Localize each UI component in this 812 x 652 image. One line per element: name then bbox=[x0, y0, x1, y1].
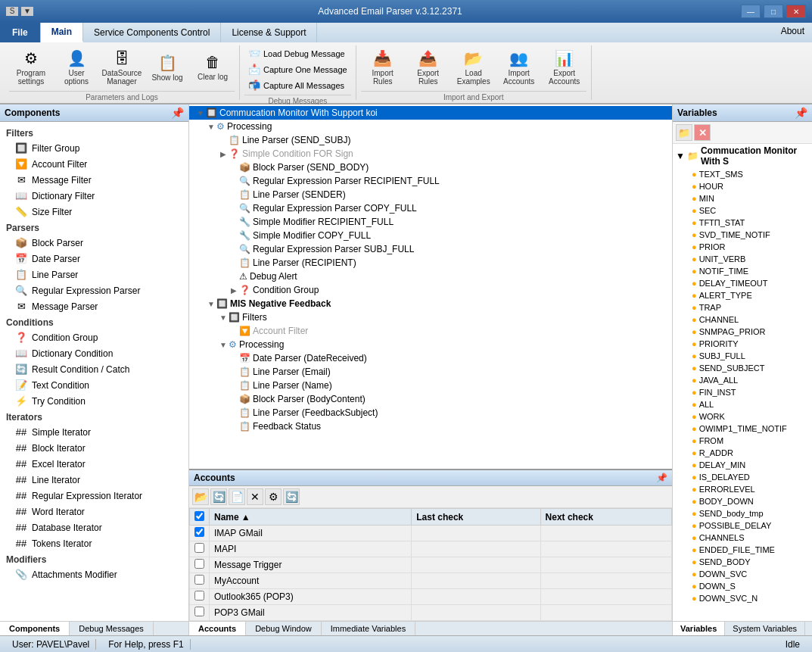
list-item[interactable]: ● TFTП_STAT bbox=[673, 217, 812, 229]
account-checkbox-cell[interactable] bbox=[190, 526, 210, 541]
col-lastcheck-header[interactable]: Last check bbox=[412, 509, 540, 526]
tokens-iterator-item[interactable]: ## Tokens Iterator bbox=[0, 535, 188, 551]
list-item[interactable]: ● R_ADDR bbox=[673, 447, 812, 459]
list-item[interactable]: ● DELAY_TIMEOUT bbox=[673, 277, 812, 289]
tree-rep-subj-full[interactable]: 🔍 Regular Expression Parser SUBJ_FULL bbox=[189, 242, 672, 256]
list-item[interactable]: ● IS_DELAYED bbox=[673, 471, 812, 483]
list-item[interactable]: ● TEXT_SMS bbox=[673, 168, 812, 180]
col-nextcheck-header[interactable]: Next check bbox=[540, 509, 671, 526]
tab-debug-window[interactable]: Debug Window bbox=[246, 622, 322, 635]
dictionary-condition-item[interactable]: 📖 Dictionary Condition bbox=[0, 345, 188, 361]
account-checkbox-cell[interactable] bbox=[190, 589, 210, 605]
col-checkbox-header[interactable] bbox=[190, 509, 210, 526]
datasource-manager-button[interactable]: 🗄 DataSource Manager bbox=[100, 46, 144, 89]
list-item[interactable]: ● BODY_DOWN bbox=[673, 495, 812, 507]
accounts-settings-button[interactable]: ⚙ bbox=[265, 488, 282, 505]
line-parser-item[interactable]: 📋 Line Parser bbox=[0, 267, 188, 282]
show-log-button[interactable]: 📋 Show log bbox=[145, 50, 189, 86]
list-item[interactable]: ● ALERT_TYPE bbox=[673, 289, 812, 301]
try-condition-item[interactable]: ⚡ Try Condition bbox=[0, 393, 188, 409]
tree-lp-email[interactable]: 📋 Line Parser (Email) bbox=[189, 365, 672, 379]
tree-rep-recipient-full[interactable]: 🔍 Regular Expression Parser RECIPIENT_FU… bbox=[189, 174, 672, 188]
accounts-pin-icon[interactable]: 📌 bbox=[656, 473, 667, 483]
list-item[interactable]: ● SEND_body_tmp bbox=[673, 507, 812, 519]
regex-parser-item[interactable]: 🔍 Regular Expression Parser bbox=[0, 282, 188, 298]
tree-simple-condition-sign[interactable]: ▶ ❓ Simple Condition FOR Sign bbox=[189, 147, 672, 161]
tab-components[interactable]: Components bbox=[0, 622, 70, 635]
capture-all-button[interactable]: 📬 Capture All Messages bbox=[244, 77, 351, 93]
list-item[interactable]: ● FROM bbox=[673, 435, 812, 447]
filter-group-item[interactable]: 🔲 Filter Group bbox=[0, 140, 188, 156]
dictionary-filter-item[interactable]: 📖 Dictionary Filter bbox=[0, 188, 188, 204]
account-checkbox-cell[interactable] bbox=[190, 573, 210, 589]
accounts-open-folder-button[interactable]: 📂 bbox=[192, 488, 209, 505]
tree-processing-1[interactable]: ▼ ⚙ Processing bbox=[189, 120, 672, 133]
accounts-new-button[interactable]: 📄 bbox=[229, 488, 245, 505]
tree-dp-datereceived[interactable]: 📅 Date Parser (DateReceived) bbox=[189, 351, 672, 365]
tree-root-item[interactable]: ▼ 🔲 Commucation Monitor With Support koi bbox=[189, 106, 672, 120]
col-name-header[interactable]: Name ▲ bbox=[210, 509, 412, 526]
vars-pin-icon[interactable]: 📌 bbox=[795, 107, 807, 119]
user-options-button[interactable]: 👤 User options bbox=[54, 45, 98, 89]
list-item[interactable]: ● ALL bbox=[673, 398, 812, 410]
list-item[interactable]: ● ERRORLEVEL bbox=[673, 483, 812, 495]
result-condition-item[interactable]: 🔄 Result Condition / Catch bbox=[0, 361, 188, 377]
block-iterator-item[interactable]: ## Block Iterator bbox=[0, 440, 188, 456]
tree-mis-negative[interactable]: ▼ 🔲 MIS Negative Feedback bbox=[189, 297, 672, 310]
tree-bp-bodycontent[interactable]: 📦 Block Parser (BodyContent) bbox=[189, 392, 672, 406]
table-row[interactable]: MyAccount bbox=[190, 573, 672, 589]
account-checkbox[interactable] bbox=[194, 607, 204, 616]
list-item[interactable]: ● CHANNELS bbox=[673, 532, 812, 544]
tree-debug-alert[interactable]: ⚠ Debug Alert bbox=[189, 270, 672, 283]
excel-iterator-item[interactable]: ## Excel Iterator bbox=[0, 456, 188, 472]
text-condition-item[interactable]: 📝 Text Condition bbox=[0, 377, 188, 393]
list-item[interactable]: ● WORK bbox=[673, 410, 812, 423]
account-checkbox[interactable] bbox=[194, 559, 204, 569]
list-item[interactable]: ● DOWN_SVC_N bbox=[673, 592, 812, 604]
list-item[interactable]: ● FIN_INST bbox=[673, 386, 812, 398]
list-item[interactable]: ● ENDED_FILE_TIME bbox=[673, 544, 812, 556]
proc-mis-expand[interactable]: ▼ bbox=[218, 341, 229, 349]
table-row[interactable]: MAPI bbox=[190, 541, 672, 557]
list-item[interactable]: ● PRIORITY bbox=[673, 338, 812, 350]
export-rules-button[interactable]: 📤 Export Rules bbox=[406, 45, 450, 89]
table-row[interactable]: Message Trigger bbox=[190, 557, 672, 573]
accounts-add-button[interactable]: 🔄 bbox=[210, 488, 227, 505]
list-item[interactable]: ● JAVA_ALL bbox=[673, 374, 812, 386]
account-checkbox-cell[interactable] bbox=[190, 605, 210, 621]
tree-line-parser-sendsubj[interactable]: 📋 Line Parser (SEND_SUBJ) bbox=[189, 133, 672, 147]
account-filter-item[interactable]: 🔽 Account Filter bbox=[0, 156, 188, 172]
accounts-delete-button[interactable]: ✕ bbox=[247, 488, 263, 505]
database-iterator-item[interactable]: ## Database Iterator bbox=[0, 519, 188, 535]
word-iterator-item[interactable]: ## Word Iterator bbox=[0, 504, 188, 519]
list-item[interactable]: ● TRAP bbox=[673, 301, 812, 314]
list-item[interactable]: ● UNIT_VERB bbox=[673, 253, 812, 265]
size-filter-item[interactable]: 📏 Size Filter bbox=[0, 204, 188, 220]
list-item[interactable]: ● HOUR bbox=[673, 180, 812, 192]
tab-accounts[interactable]: Accounts bbox=[189, 622, 246, 635]
tab-immediate-vars[interactable]: Immediate Variables bbox=[322, 622, 415, 635]
program-settings-button[interactable]: ⚙ Program settings bbox=[9, 45, 53, 89]
tab-service[interactable]: Service Components Control bbox=[83, 23, 221, 42]
load-examples-button[interactable]: 📂 Load Examples bbox=[452, 45, 496, 89]
vars-btn-delete[interactable]: ✕ bbox=[694, 124, 711, 141]
account-checkbox[interactable] bbox=[194, 527, 204, 537]
tree-lp-recipient[interactable]: 📋 Line Parser (RECIPIENT) bbox=[189, 256, 672, 270]
root-expand-icon[interactable]: ▼ bbox=[195, 109, 206, 117]
tab-system-variables[interactable]: System Variables bbox=[725, 622, 805, 635]
list-item[interactable]: ● SNMPAG_PRIOR bbox=[673, 326, 812, 338]
regex-iterator-item[interactable]: ## Regular Expression Iterator bbox=[0, 488, 188, 504]
tree-lp-name[interactable]: 📋 Line Parser (Name) bbox=[189, 379, 672, 392]
list-item[interactable]: ● DOWN_SVC bbox=[673, 568, 812, 580]
table-row[interactable]: Outlook365 (POP3) bbox=[190, 589, 672, 605]
tree-condition-group[interactable]: ▶ ❓ Condition Group bbox=[189, 283, 672, 297]
list-item[interactable]: ● SEND_SUBJECT bbox=[673, 362, 812, 374]
list-item[interactable]: ● DELAY_MIN bbox=[673, 459, 812, 471]
account-checkbox[interactable] bbox=[194, 575, 204, 585]
tree-processing-mis[interactable]: ▼ ⚙ Processing bbox=[189, 338, 672, 351]
about-button[interactable]: About bbox=[773, 23, 812, 42]
list-item[interactable]: ● DOWN_S bbox=[673, 580, 812, 592]
tree-feedback-status[interactable]: 📋 Feedback Status bbox=[189, 420, 672, 433]
vars-root[interactable]: ▼ 📁 Commucation Monitor With S bbox=[673, 144, 812, 168]
filters-expand[interactable]: ▼ bbox=[218, 314, 229, 322]
